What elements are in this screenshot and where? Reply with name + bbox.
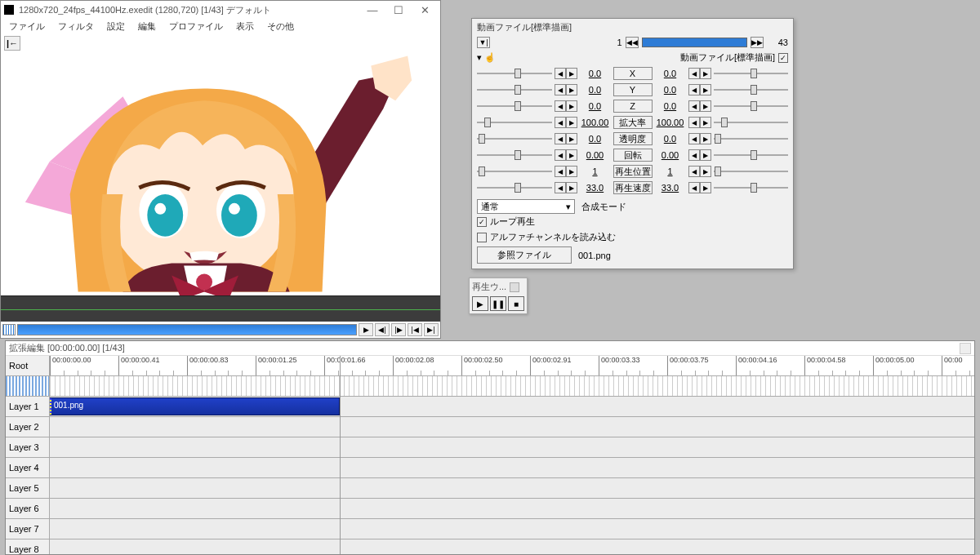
dec-right-button[interactable]: ◀ [688, 100, 700, 112]
timeline-menu-icon[interactable] [960, 343, 971, 354]
inc-left-button[interactable]: ▶ [566, 84, 577, 95]
value-right[interactable]: 33.0 [655, 183, 686, 193]
menu-edit[interactable]: 編集 [131, 19, 163, 34]
prev-frame-button[interactable]: ◀| [375, 323, 390, 336]
value-right[interactable]: 0.0 [655, 101, 686, 111]
value-left[interactable]: 0.0 [580, 101, 611, 111]
value-left[interactable]: 0.0 [580, 69, 611, 78]
timeline-scale-cell[interactable] [6, 376, 49, 397]
main-titlebar[interactable]: 1280x720_24fps_44100Hz.exedit (1280,720)… [1, 1, 440, 19]
inc-right-button[interactable]: ▶ [700, 100, 711, 112]
layer-row[interactable] [50, 417, 974, 437]
dec-right-button[interactable]: ◀ [688, 133, 700, 144]
dec-right-button[interactable]: ◀ [688, 182, 700, 193]
playmini-pause-button[interactable]: ❚❚ [490, 296, 506, 311]
layer-header[interactable]: Layer 3 [6, 437, 49, 458]
slider-right[interactable] [714, 182, 789, 193]
slider-right[interactable] [714, 117, 789, 128]
dec-left-button[interactable]: ◀ [555, 68, 566, 79]
playmini-play-button[interactable]: ▶ [472, 296, 488, 311]
seekbar[interactable] [17, 324, 357, 335]
slider-left[interactable] [477, 100, 552, 112]
inc-left-button[interactable]: ▶ [566, 100, 577, 112]
prop-enable-checkbox[interactable]: ✓ [778, 53, 788, 63]
reference-file-button[interactable]: 参照ファイル [477, 246, 572, 264]
slider-left[interactable] [477, 182, 552, 193]
audio-waveform[interactable] [1, 295, 440, 322]
next-frame-button[interactable]: |▶ [391, 323, 406, 336]
inc-right-button[interactable]: ▶ [700, 149, 711, 161]
prop-label-button[interactable]: 拡大率 [613, 116, 653, 129]
inc-left-button[interactable]: ▶ [566, 117, 577, 128]
prop-collapse-button[interactable]: ▼| [477, 37, 490, 48]
timeline-ruler[interactable]: 00:00:00.0000:00:00.4100:00:00.8300:00:0… [50, 356, 974, 376]
layer-row[interactable]: 001.png [50, 397, 974, 417]
property-title[interactable]: 動画ファイル[標準描画] [472, 19, 793, 35]
menu-other[interactable]: その他 [261, 19, 301, 34]
dec-right-button[interactable]: ◀ [688, 68, 700, 79]
layer-row[interactable] [50, 478, 974, 499]
layer-header[interactable]: Layer 8 [6, 539, 49, 554]
layer-row[interactable] [50, 458, 974, 478]
timeline-clip[interactable]: 001.png [50, 397, 340, 415]
dec-left-button[interactable]: ◀ [555, 133, 566, 144]
dec-right-button[interactable]: ◀ [688, 149, 700, 161]
layer-row[interactable] [50, 539, 974, 554]
value-right[interactable]: 0.0 [655, 85, 686, 95]
prop-framebar[interactable] [642, 38, 748, 47]
inc-right-button[interactable]: ▶ [700, 166, 711, 177]
value-right[interactable]: 1 [655, 166, 686, 176]
prop-label-button[interactable]: Z [613, 100, 653, 113]
dec-left-button[interactable]: ◀ [555, 100, 566, 112]
dec-left-button[interactable]: ◀ [555, 166, 566, 177]
close-button[interactable]: ✕ [412, 2, 437, 17]
menu-profile[interactable]: プロファイル [163, 19, 229, 34]
timeline-tracks[interactable]: 00:00:00.0000:00:00.4100:00:00.8300:00:0… [50, 356, 974, 554]
blend-mode-select[interactable]: 通常▾ [477, 199, 575, 214]
slider-left[interactable] [477, 149, 552, 161]
dec-right-button[interactable]: ◀ [688, 84, 700, 95]
dec-left-button[interactable]: ◀ [555, 149, 566, 161]
play-button[interactable]: ▶ [359, 323, 373, 336]
inc-left-button[interactable]: ▶ [566, 133, 577, 144]
value-right[interactable]: 0.0 [655, 69, 686, 78]
loop-checkbox[interactable]: ✓ [477, 217, 487, 227]
slider-right[interactable] [714, 100, 789, 112]
menu-file[interactable]: ファイル [2, 19, 51, 34]
slider-right[interactable] [714, 133, 789, 144]
prop-label-button[interactable]: X [613, 67, 653, 80]
dec-left-button[interactable]: ◀ [555, 182, 566, 193]
dec-right-button[interactable]: ◀ [688, 166, 700, 177]
layer-header[interactable]: Layer 5 [6, 478, 49, 499]
value-right[interactable]: 100.00 [655, 118, 686, 127]
timeline-root-cell[interactable]: Root [6, 356, 49, 376]
menu-settings[interactable]: 設定 [100, 19, 131, 34]
slider-right[interactable] [714, 84, 789, 95]
inc-left-button[interactable]: ▶ [566, 182, 577, 193]
inc-right-button[interactable]: ▶ [700, 68, 711, 79]
value-right[interactable]: 0.0 [655, 134, 686, 144]
inc-right-button[interactable]: ▶ [700, 117, 711, 128]
slider-left[interactable] [477, 166, 552, 177]
menu-filter[interactable]: フィルタ [51, 19, 100, 34]
prop-label-button[interactable]: 透明度 [613, 132, 653, 145]
layer-header[interactable]: Layer 6 [6, 499, 49, 519]
go-start-button2[interactable]: |◀ [408, 323, 422, 336]
value-left[interactable]: 0.0 [580, 134, 611, 144]
layer-row[interactable] [50, 437, 974, 458]
inc-right-button[interactable]: ▶ [700, 182, 711, 193]
inc-right-button[interactable]: ▶ [700, 133, 711, 144]
layer-row[interactable] [50, 499, 974, 519]
go-start-button[interactable]: |← [4, 36, 20, 51]
inc-left-button[interactable]: ▶ [566, 149, 577, 161]
slider-left[interactable] [477, 84, 552, 95]
value-left[interactable]: 1 [580, 166, 611, 176]
layer-header[interactable]: Layer 4 [6, 458, 49, 478]
layer-header[interactable]: Layer 7 [6, 519, 49, 539]
prop-prev-button[interactable]: ◀◀ [626, 37, 639, 48]
prop-label-button[interactable]: Y [613, 83, 653, 96]
playback-mini-window[interactable]: 再生ウ... ▶ ❚❚ ■ [469, 278, 528, 314]
preview-canvas[interactable] [1, 52, 440, 295]
playmini-stop-button[interactable]: ■ [508, 296, 524, 311]
value-left[interactable]: 0.0 [580, 85, 611, 95]
